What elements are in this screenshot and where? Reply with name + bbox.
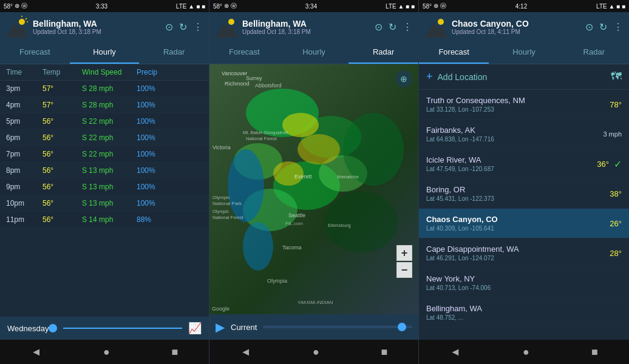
add-location-bar[interactable]: + Add Location 🗺 (419, 64, 629, 90)
list-item[interactable]: Cape Disappointment, WA Lat 46.291, Lon … (419, 238, 629, 268)
svg-text:Richmond: Richmond (225, 81, 250, 87)
map-zoom-controls: + − (396, 245, 412, 278)
svg-text:National Forest: National Forest (212, 215, 244, 220)
svg-text:Surrey: Surrey (246, 75, 262, 81)
tab-radar-2[interactable]: Radar (348, 41, 418, 64)
list-item[interactable]: Chaos Canyon, CO Lat 40.309, Lon -105.64… (419, 209, 629, 238)
back-button-2[interactable]: ◄ (240, 346, 251, 359)
chart-icon[interactable]: 📈 (188, 322, 202, 335)
table-row: 3pm 57° S 28 mph 100% (0, 81, 209, 97)
tab-hourly-3[interactable]: Hourly (489, 41, 559, 64)
zoom-out-button[interactable]: − (396, 262, 412, 278)
tab-hourly-1[interactable]: Hourly (70, 41, 140, 64)
list-item[interactable]: Icicle River, WA Lat 47.549, Lon -120.68… (419, 149, 629, 179)
list-item[interactable]: New York, NY Lat 40.713, Lon -74.006 (419, 268, 629, 298)
more-icon-2[interactable]: ⋮ (403, 21, 412, 33)
play-button[interactable]: ▶ (216, 320, 225, 334)
recents-button-1[interactable]: ■ (171, 346, 178, 359)
panel-radar: 58° ⊕ ⓦ 3:34 LTE ▲ ■ ■ Bellingham, WA Up… (209, 0, 419, 364)
header-title-block-2: Bellingham, WA Updated Oct 18, 3:18 PM (242, 19, 311, 35)
more-icon-1[interactable]: ⋮ (193, 21, 203, 33)
refresh-icon-3[interactable]: ↻ (599, 21, 607, 33)
location-info: Icicle River, WA Lat 47.549, Lon -120.68… (426, 155, 592, 172)
slider-thumb (398, 323, 406, 331)
crosshair-button[interactable]: ⊕ (395, 70, 412, 87)
svg-text:National Park: National Park (212, 201, 242, 206)
time-cell: 10pm (6, 199, 42, 207)
location-temp: 36° (597, 160, 609, 169)
svg-point-19 (243, 222, 273, 271)
status-bar-2: 58° ⊕ ⓦ 3:34 LTE ▲ ■ ■ (209, 0, 418, 12)
location-list: Truth or Consequences, NM Lat 33.128, Lo… (419, 90, 629, 340)
refresh-icon-2[interactable]: ↻ (389, 21, 396, 33)
tab-forecast-1[interactable]: Forecast (0, 41, 70, 64)
list-item[interactable]: Bellingham, WA Lat 48.752, ... (419, 298, 629, 328)
svg-point-16 (298, 134, 340, 164)
svg-point-21 (325, 192, 398, 252)
back-button-1[interactable]: ◄ (31, 346, 42, 359)
map-view-icon[interactable]: 🗺 (611, 70, 622, 83)
header-left-3: Chaos Canyon, CO Updated Oct 18, 4:11 PM (425, 16, 529, 38)
satellite-icon-1[interactable]: ⊙ (165, 21, 173, 33)
recents-button-2[interactable]: ■ (381, 346, 387, 359)
temp-cell: 57° (42, 101, 82, 109)
status-right-2: LTE ▲ ■ ■ (386, 3, 415, 10)
location-name: Bellingham, WA (426, 304, 622, 313)
svg-text:Olympic: Olympic (212, 195, 230, 200)
location-temp: 78° (610, 100, 622, 109)
back-button-3[interactable]: ◄ (450, 346, 461, 359)
tab-forecast-3[interactable]: Forecast (419, 41, 489, 64)
col-wind: Wind Speed (82, 68, 137, 76)
recents-button-3[interactable]: ■ (591, 346, 598, 359)
list-item[interactable]: Boring, OR Lat 45.431, Lon -122.373 38° (419, 179, 629, 209)
radar-overlay: Vancouver Richmond Surrey Abbotsford Mt.… (209, 64, 418, 314)
current-label: Current (231, 323, 257, 332)
temp-cell: 56° (42, 133, 82, 142)
satellite-icon-2[interactable]: ⊙ (375, 21, 382, 33)
home-button-1[interactable]: ● (103, 346, 110, 359)
tab-radar-1[interactable]: Radar (139, 41, 209, 64)
zoom-in-button[interactable]: + (396, 245, 412, 261)
status-signal-3: 58° (423, 3, 432, 10)
precip-cell: 88% (137, 215, 179, 224)
status-time-1: 3:33 (96, 3, 107, 10)
home-button-2[interactable]: ● (313, 346, 319, 359)
time-cell: 11pm (6, 215, 42, 224)
panel-hourly: 58° ⊕ ⓦ 3:33 LTE ▲ ■ ■ Bellingham, WA U (0, 0, 209, 364)
time-cell: 5pm (6, 117, 42, 126)
tab-hourly-2[interactable]: Hourly (279, 41, 349, 64)
svg-text:YAKIMA INDIAN: YAKIMA INDIAN (298, 300, 333, 305)
col-time: Time (6, 68, 42, 76)
satellite-icon-3[interactable]: ⊙ (585, 21, 593, 33)
col-precip: Precip (137, 68, 179, 76)
temp-cell: 56° (42, 199, 82, 207)
home-button-3[interactable]: ● (523, 346, 529, 359)
bottom-dot[interactable] (49, 324, 57, 332)
time-cell: 4pm (6, 101, 42, 109)
svg-text:Ellensburg: Ellensburg (328, 223, 351, 228)
hourly-table: Time Temp Wind Speed Precip 3pm 57° S 28… (0, 64, 209, 317)
list-item[interactable]: Fairbanks, AK Lat 64.838, Lon -147.716 3… (419, 120, 629, 149)
more-icon-3[interactable]: ⋮ (613, 21, 623, 33)
location-wind: 3 mph (603, 130, 622, 138)
wind-cell: S 22 mph (82, 133, 137, 142)
location-info: New York, NY Lat 40.713, Lon -74.006 (426, 274, 622, 291)
time-cell: 9pm (6, 183, 42, 191)
radar-timeline-slider[interactable] (263, 326, 412, 328)
bottom-day-label: Wednesday (7, 324, 49, 333)
radar-map[interactable]: Vancouver Richmond Surrey Abbotsford Mt.… (209, 64, 418, 314)
location-name: Boring, OR (426, 185, 605, 194)
svg-text:National Forest: National Forest (246, 136, 277, 141)
add-location-label: Add Location (438, 72, 606, 82)
list-item[interactable]: Truth or Consequences, NM Lat 33.128, Lo… (419, 90, 629, 120)
refresh-icon-1[interactable]: ↻ (179, 21, 187, 33)
status-signal-1: 58° (4, 3, 13, 10)
location-name: Fairbanks, AK (426, 126, 598, 135)
svg-text:Victoria: Victoria (212, 144, 231, 150)
temp-cell: 56° (42, 183, 82, 191)
header-title-block-3: Chaos Canyon, CO Updated Oct 18, 4:11 PM (452, 19, 529, 35)
tab-forecast-2[interactable]: Forecast (209, 41, 279, 64)
status-icons-3: ⊕ ⓦ (433, 2, 446, 10)
tab-radar-3[interactable]: Radar (559, 41, 629, 64)
status-right-3: LTE ▲ ■ ■ (596, 3, 625, 10)
